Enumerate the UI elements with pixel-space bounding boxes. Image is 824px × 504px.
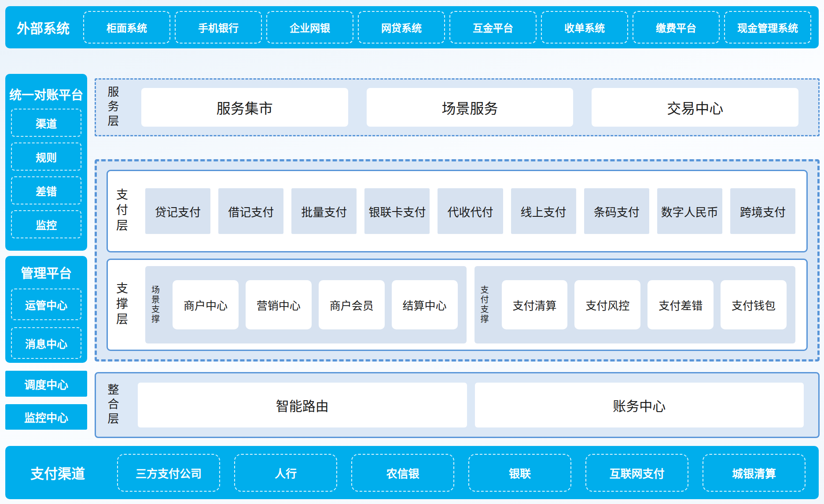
payment-item-debit: 借记支付 [218,188,283,234]
support-item-payment-errors: 支付差错 [647,280,714,329]
payment-channels-bar: 支付渠道 三方支付公司 人行 农信银 银联 互联网支付 城银清算 [5,446,819,499]
payment-layer-label: 支付层 [115,188,141,234]
support-layer: 支撑层 场景支撑 商户中心 营销中心 商户会员 结算中心 支付支撑 支付清算 支… [107,259,808,351]
payment-channels-title: 支付渠道 [5,463,110,482]
monitoring-center-box: 监控中心 [5,404,87,430]
external-system-internet-finance: 互金平台 [449,11,537,44]
support-item-marketing-center: 营销中心 [246,280,312,329]
support-item-payment-risk-control: 支付风控 [574,280,640,329]
scenario-support-label: 场景支撑 [151,285,169,324]
payment-item-digital-rmb: 数字人民币 [657,188,722,234]
payment-support-container: 支付层 贷记支付 借记支付 批量支付 银联卡支付 代收代付 线上支付 条码支付 … [95,159,820,362]
external-system-mobile-banking: 手机银行 [175,11,262,44]
support-layer-label: 支撑层 [115,282,141,328]
external-systems-title: 外部系统 [5,18,81,37]
external-system-online-loan: 网贷系统 [358,11,445,44]
reconciliation-item-rules: 规则 [11,142,81,171]
payment-support-group: 支付支撑 支付清算 支付风控 支付差错 支付钱包 [475,266,796,343]
external-system-corporate-ebank: 企业网银 [266,11,353,44]
service-item-transaction-center: 交易中心 [592,88,798,127]
channel-pboc: 人行 [234,454,337,492]
scenario-support-group: 场景支撑 商户中心 营销中心 商户会员 结算中心 [145,266,467,343]
reconciliation-item-channel: 渠道 [11,109,81,137]
service-item-scenario-services: 场景服务 [367,88,574,127]
reconciliation-platform-panel: 统一对账平台 渠道 规则 差错 监控 [5,74,87,251]
channel-rural-credit-bank: 农信银 [351,454,454,492]
payment-item-unionpay-card: 银联卡支付 [364,188,430,234]
channel-internet-payment: 互联网支付 [585,454,688,492]
channel-city-bank-clearing: 城银清算 [703,454,806,492]
management-item-operations-center: 运管中心 [11,289,81,320]
reconciliation-item-monitoring: 监控 [11,210,81,238]
payment-item-online: 线上支付 [511,188,576,234]
external-system-counter: 柜面系统 [83,11,170,44]
support-item-merchant-center: 商户中心 [173,280,239,329]
channel-unionpay: 银联 [468,454,571,492]
integration-item-smart-routing: 智能路由 [138,383,467,427]
integration-layer-label: 整合层 [107,383,134,427]
service-item-service-market: 服务集市 [141,88,348,127]
payment-layer: 支付层 贷记支付 借记支付 批量支付 银联卡支付 代收代付 线上支付 条码支付 … [107,170,808,252]
management-platform-title: 管理平台 [5,263,87,281]
external-system-acquiring: 收单系统 [541,11,628,44]
payment-item-collection-agency: 代收代付 [438,188,503,234]
channel-third-party-payment: 三方支付公司 [117,454,220,492]
payment-item-batch: 批量支付 [291,188,357,234]
support-item-settlement-center: 结算中心 [392,280,458,329]
payment-item-credit: 贷记支付 [145,188,210,234]
dispatch-center-box: 调度中心 [5,371,87,397]
support-item-payment-wallet: 支付钱包 [721,280,787,329]
external-systems-bar: 外部系统 柜面系统 手机银行 企业网银 网贷系统 互金平台 收单系统 缴费平台 … [5,6,819,48]
payment-item-barcode: 条码支付 [584,188,649,234]
payment-architecture-diagram: 外部系统 柜面系统 手机银行 企业网银 网贷系统 互金平台 收单系统 缴费平台 … [0,0,824,504]
external-system-fee-payment: 缴费平台 [633,11,720,44]
support-item-payment-clearing: 支付清算 [502,280,568,329]
support-item-merchant-membership: 商户会员 [319,280,385,329]
integration-layer: 整合层 智能路由 账务中心 [95,372,820,438]
integration-item-accounting-center: 账务中心 [475,383,804,427]
reconciliation-platform-title: 统一对账平台 [5,85,87,103]
external-system-cash-management: 现金管理系统 [724,11,811,44]
payment-support-label: 支付支撑 [480,285,498,324]
management-item-message-center: 消息中心 [11,327,81,359]
service-layer-label: 服务层 [107,86,132,129]
service-layer: 服务层 服务集市 场景服务 交易中心 [95,78,820,136]
reconciliation-item-errors: 差错 [11,176,81,205]
payment-item-cross-border: 跨境支付 [730,188,795,234]
management-platform-panel: 管理平台 运管中心 消息中心 [5,256,87,363]
